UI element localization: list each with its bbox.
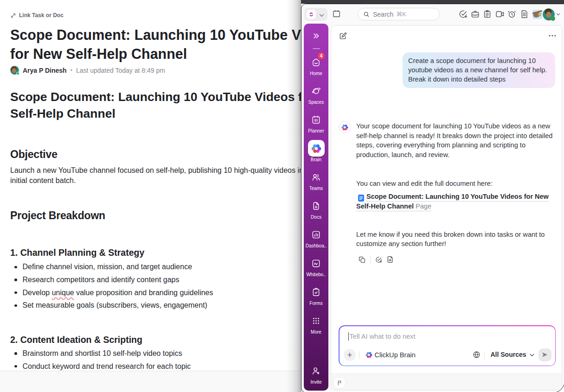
svg-text:31: 31 <box>314 119 318 122</box>
